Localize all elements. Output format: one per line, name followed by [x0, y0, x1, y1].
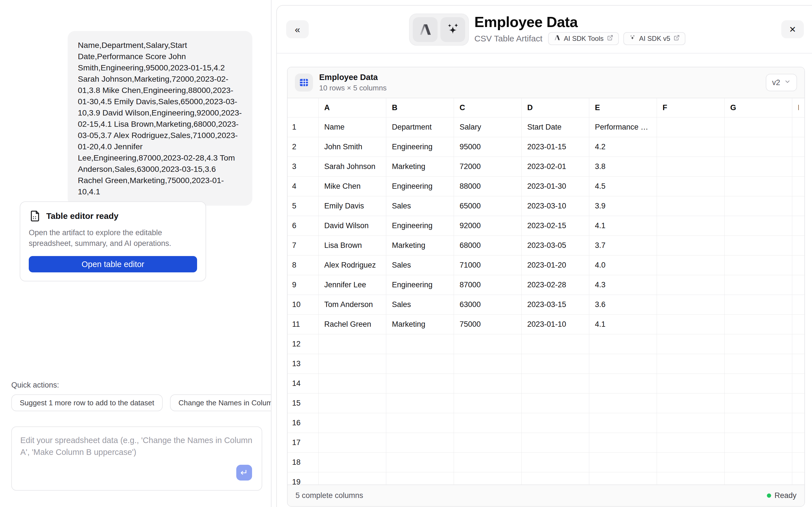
grid-cell-G1[interactable]	[725, 117, 792, 137]
grid-cell-B10[interactable]: Sales	[386, 295, 454, 314]
grid-cell-H16[interactable]	[792, 413, 804, 433]
grid-cell-F10[interactable]	[657, 295, 725, 314]
grid-cell-G8[interactable]	[725, 256, 792, 275]
grid-cell-H7[interactable]	[792, 236, 804, 255]
grid-cell-G3[interactable]	[725, 157, 792, 176]
grid-cell-G6[interactable]	[725, 216, 792, 235]
row-header-19[interactable]: 19	[288, 472, 319, 485]
grid-cell-H5[interactable]	[792, 196, 804, 216]
grid-cell-C17[interactable]	[454, 433, 522, 452]
grid-cell-C3[interactable]: 72000	[454, 157, 522, 176]
grid-cell-G18[interactable]	[725, 453, 792, 472]
grid-cell-G14[interactable]	[725, 374, 792, 393]
grid-cell-A5[interactable]: Emily Davis	[319, 196, 386, 216]
grid-cell-D15[interactable]	[522, 393, 589, 413]
grid-cell-A19[interactable]	[319, 472, 386, 485]
grid-cell-D4[interactable]: 2023-01-30	[522, 177, 589, 196]
grid-cell-F15[interactable]	[657, 393, 725, 413]
grid-cell-C14[interactable]	[454, 374, 522, 393]
badge-ai-sdk-v5[interactable]: AI SDK v5	[623, 32, 686, 45]
quick-action-suggest-row[interactable]: Suggest 1 more row to add to the dataset	[11, 394, 163, 411]
grid-cell-C9[interactable]: 87000	[454, 275, 522, 295]
grid-cell-H17[interactable]	[792, 433, 804, 452]
grid-cell-F1[interactable]	[657, 117, 725, 137]
row-header-16[interactable]: 16	[288, 413, 319, 433]
grid-cell-E15[interactable]	[589, 393, 657, 413]
grid-cell-D19[interactable]	[522, 472, 589, 485]
grid-cell-A11[interactable]: Rachel Green	[319, 315, 386, 334]
row-header-13[interactable]: 13	[288, 354, 319, 374]
column-header-H[interactable]: H	[792, 98, 804, 117]
grid-cell-F9[interactable]	[657, 275, 725, 295]
grid-cell-B14[interactable]	[386, 374, 454, 393]
grid-cell-E8[interactable]: 4.0	[589, 256, 657, 275]
grid-cell-F17[interactable]	[657, 433, 725, 452]
grid-cell-F12[interactable]	[657, 334, 725, 354]
grid-cell-A18[interactable]	[319, 453, 386, 472]
row-header-15[interactable]: 15	[288, 393, 319, 413]
grid-cell-H15[interactable]	[792, 393, 804, 413]
grid-cell-A14[interactable]	[319, 374, 386, 393]
grid-cell-A15[interactable]	[319, 393, 386, 413]
grid-cell-H10[interactable]	[792, 295, 804, 314]
grid-cell-E5[interactable]: 3.9	[589, 196, 657, 216]
grid-cell-B8[interactable]: Sales	[386, 256, 454, 275]
grid-cell-F16[interactable]	[657, 413, 725, 433]
grid-cell-B7[interactable]: Marketing	[386, 236, 454, 255]
row-header-18[interactable]: 18	[288, 453, 319, 472]
grid-cell-H1[interactable]	[792, 117, 804, 137]
grid-cell-E10[interactable]: 3.6	[589, 295, 657, 314]
grid-cell-A3[interactable]: Sarah Johnson	[319, 157, 386, 176]
grid-cell-F19[interactable]	[657, 472, 725, 485]
grid-cell-E9[interactable]: 4.3	[589, 275, 657, 295]
grid-cell-G2[interactable]	[725, 137, 792, 157]
grid-cell-A4[interactable]: Mike Chen	[319, 177, 386, 196]
grid-cell-C13[interactable]	[454, 354, 522, 374]
grid-cell-E13[interactable]	[589, 354, 657, 374]
close-panel-button[interactable]: ✕	[781, 20, 804, 38]
grid-cell-A12[interactable]	[319, 334, 386, 354]
row-header-2[interactable]: 2	[288, 137, 319, 157]
grid-cell-F11[interactable]	[657, 315, 725, 334]
row-header-8[interactable]: 8	[288, 256, 319, 275]
column-header-C[interactable]: C	[454, 98, 522, 117]
grid-cell-C18[interactable]	[454, 453, 522, 472]
row-header-1[interactable]: 1	[288, 117, 319, 137]
grid-cell-D3[interactable]: 2023-02-01	[522, 157, 589, 176]
grid-cell-F18[interactable]	[657, 453, 725, 472]
grid-cell-D16[interactable]	[522, 413, 589, 433]
grid-cell-D17[interactable]	[522, 433, 589, 452]
column-header-F[interactable]: F	[657, 98, 725, 117]
grid-cell-A9[interactable]: Jennifer Lee	[319, 275, 386, 295]
column-header-A[interactable]: A	[319, 98, 386, 117]
grid-cell-G4[interactable]	[725, 177, 792, 196]
grid-cell-D13[interactable]	[522, 354, 589, 374]
grid-cell-D14[interactable]	[522, 374, 589, 393]
grid-cell-C11[interactable]: 75000	[454, 315, 522, 334]
grid-cell-E2[interactable]: 4.2	[589, 137, 657, 157]
column-header-B[interactable]: B	[386, 98, 454, 117]
grid-cell-F14[interactable]	[657, 374, 725, 393]
grid-cell-A10[interactable]: Tom Anderson	[319, 295, 386, 314]
row-header-14[interactable]: 14	[288, 374, 319, 393]
grid-cell-C12[interactable]	[454, 334, 522, 354]
column-header-G[interactable]: G	[725, 98, 792, 117]
corner-cell[interactable]	[288, 98, 319, 117]
grid-cell-H13[interactable]	[792, 354, 804, 374]
grid-cell-A17[interactable]	[319, 433, 386, 452]
grid-cell-A2[interactable]: John Smith	[319, 137, 386, 157]
grid-cell-F8[interactable]	[657, 256, 725, 275]
grid-cell-C2[interactable]: 95000	[454, 137, 522, 157]
grid-cell-E7[interactable]: 3.7	[589, 236, 657, 255]
open-table-editor-button[interactable]: Open table editor	[29, 256, 197, 272]
grid-cell-B15[interactable]	[386, 393, 454, 413]
composer-submit-button[interactable]: ↵	[236, 465, 252, 481]
grid-cell-G12[interactable]	[725, 334, 792, 354]
grid-cell-F7[interactable]	[657, 236, 725, 255]
grid-cell-B5[interactable]: Sales	[386, 196, 454, 216]
grid-cell-C8[interactable]: 71000	[454, 256, 522, 275]
grid-cell-A8[interactable]: Alex Rodriguez	[319, 256, 386, 275]
grid-cell-B17[interactable]	[386, 433, 454, 452]
grid-cell-D1[interactable]: Start Date	[522, 117, 589, 137]
grid-cell-B19[interactable]	[386, 472, 454, 485]
